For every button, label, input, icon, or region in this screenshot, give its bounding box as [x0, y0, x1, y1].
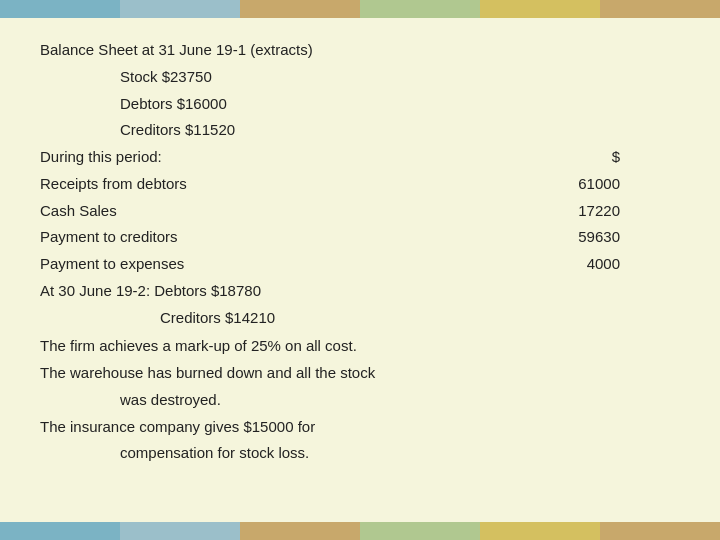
receipts-value: 61000	[578, 172, 680, 197]
warehouse-line2: was destroyed.	[40, 388, 680, 413]
top-bar-seg-4	[360, 0, 480, 18]
bottom-bar-seg-5	[480, 522, 600, 540]
insurance-line2: compensation for stock loss.	[40, 441, 680, 466]
payment-expenses-label: Payment to expenses	[40, 252, 587, 277]
at30-text2: Creditors $14210	[160, 309, 275, 326]
bottom-bar-seg-2	[120, 522, 240, 540]
bottom-bar	[0, 522, 720, 540]
creditors-bs-text: Creditors $11520	[120, 121, 235, 138]
payment-creditors-label: Payment to creditors	[40, 225, 578, 250]
at30-text1: At 30 June 19-2: Debtors $18780	[40, 282, 261, 299]
payment-expenses-line: Payment to expenses 4000	[40, 252, 680, 277]
receipts-line: Receipts from debtors 61000	[40, 172, 680, 197]
balance-sheet-title: Balance Sheet at 31 June 19-1 (extracts)	[40, 41, 313, 58]
top-bar-seg-6	[600, 0, 720, 18]
bottom-bar-seg-3	[240, 522, 360, 540]
warehouse-line1: The warehouse has burned down and all th…	[40, 361, 680, 386]
firm-markup-text: The firm achieves a mark-up of 25% on al…	[40, 337, 357, 354]
payment-creditors-line: Payment to creditors 59630	[40, 225, 680, 250]
top-bar-seg-1	[0, 0, 120, 18]
bottom-bar-seg-4	[360, 522, 480, 540]
cash-sales-value: 17220	[578, 199, 680, 224]
bottom-bar-seg-6	[600, 522, 720, 540]
stock-text: Stock $23750	[120, 68, 212, 85]
insurance-text2: compensation for stock loss.	[120, 444, 309, 461]
cash-sales-line: Cash Sales 17220	[40, 199, 680, 224]
insurance-text1: The insurance company gives $15000 for	[40, 418, 315, 435]
during-line: During this period: $	[40, 145, 680, 170]
top-bar-seg-2	[120, 0, 240, 18]
warehouse-text1: The warehouse has burned down and all th…	[40, 364, 375, 381]
during-label: During this period:	[40, 145, 600, 170]
warehouse-text2: was destroyed.	[120, 391, 221, 408]
payment-creditors-value: 59630	[578, 225, 680, 250]
creditors-bs-line: Creditors $11520	[40, 118, 680, 143]
at30-line2: Creditors $14210	[40, 306, 680, 331]
insurance-line1: The insurance company gives $15000 for	[40, 415, 680, 440]
bottom-bar-seg-1	[0, 522, 120, 540]
cash-sales-label: Cash Sales	[40, 199, 578, 224]
title-line: Balance Sheet at 31 June 19-1 (extracts)	[40, 38, 680, 63]
top-bar-seg-5	[480, 0, 600, 18]
firm-markup-line: The firm achieves a mark-up of 25% on al…	[40, 334, 680, 359]
top-bar-seg-3	[240, 0, 360, 18]
receipts-label: Receipts from debtors	[40, 172, 578, 197]
payment-expenses-value: 4000	[587, 252, 680, 277]
stock-line: Stock $23750	[40, 65, 680, 90]
main-content: Balance Sheet at 31 June 19-1 (extracts)…	[0, 18, 720, 522]
debtors-line: Debtors $16000	[40, 92, 680, 117]
debtors-text: Debtors $16000	[120, 95, 227, 112]
at30-line1: At 30 June 19-2: Debtors $18780	[40, 279, 680, 304]
top-bar	[0, 0, 720, 18]
dollar-sign: $	[600, 145, 680, 170]
